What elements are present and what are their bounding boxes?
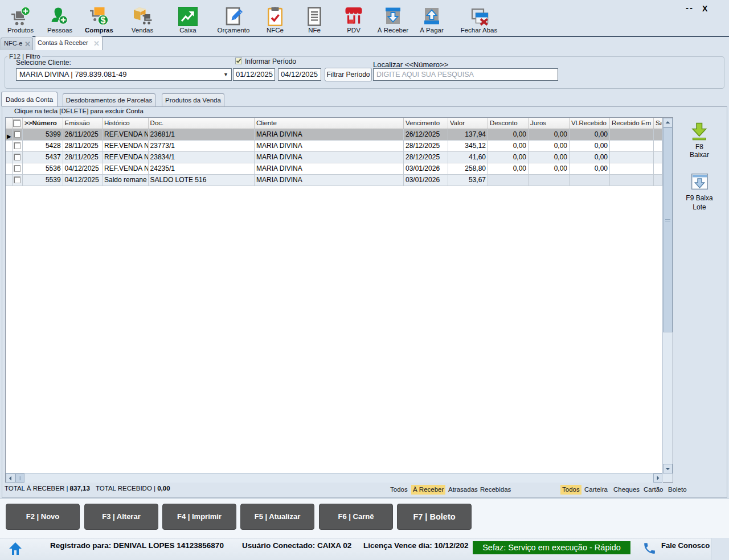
svg-text:$: $ — [101, 15, 106, 25]
